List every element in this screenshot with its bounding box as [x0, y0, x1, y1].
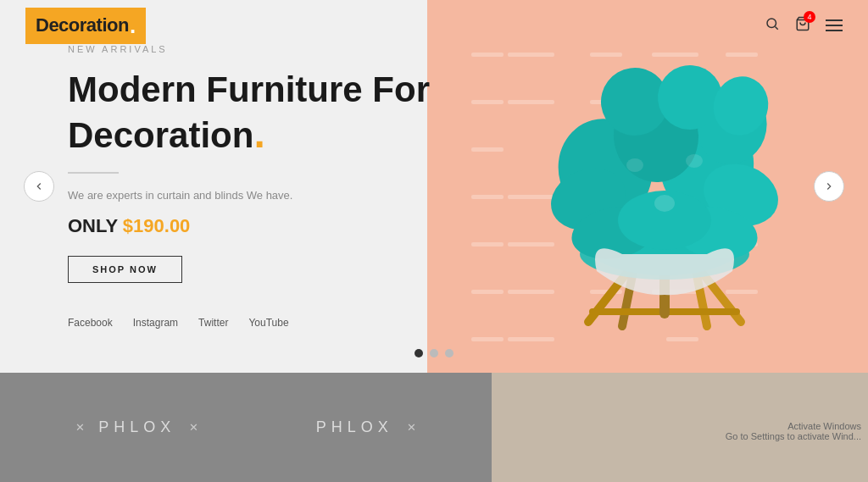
hero-content: NEW ARRIVALS Modern Furniture For Decora… — [0, 44, 441, 329]
svg-point-23 — [654, 195, 675, 212]
hero-section: NEW ARRIVALS Modern Furniture For Decora… — [0, 0, 868, 373]
hero-title-dot: . — [253, 111, 264, 156]
logo-dot: . — [130, 13, 136, 39]
dot-2[interactable] — [430, 349, 438, 357]
svg-point-25 — [686, 154, 703, 168]
product-image — [487, 25, 843, 347]
close-icon-3[interactable]: ✕ — [407, 421, 416, 434]
phlox-group-2: PHLOX ✕ — [316, 418, 416, 436]
close-icon-1[interactable]: ✕ — [75, 421, 85, 434]
bottom-right-bar: Activate Windows Go to Settings to activ… — [492, 373, 868, 482]
cart-badge: 4 — [804, 11, 815, 23]
shop-now-button[interactable]: SHOP NOW — [68, 256, 182, 283]
youtube-link[interactable]: YouTube — [248, 317, 288, 329]
instagram-link[interactable]: Instagram — [133, 317, 178, 329]
phlox-logo-2: PHLOX — [316, 418, 393, 436]
hero-description: We are experts in curtain and blinds We … — [68, 189, 441, 202]
hero-title: Modern Furniture For Decoration. — [68, 69, 441, 157]
dot-3[interactable] — [445, 349, 453, 357]
menu-icon[interactable] — [826, 19, 843, 31]
svg-line-1 — [775, 26, 777, 29]
social-links: Facebook Instagram Twitter YouTube — [68, 317, 441, 329]
activate-windows-notice: Activate Windows Go to Settings to activ… — [726, 421, 861, 441]
activate-line2: Go to Settings to activate Wind... — [726, 431, 861, 441]
phlox-group-1: ✕ PHLOX ✕ — [75, 418, 198, 436]
close-icon-2[interactable]: ✕ — [189, 421, 198, 434]
logo[interactable]: Decoration . — [25, 8, 146, 44]
facebook-link[interactable]: Facebook — [68, 317, 113, 329]
site-header: Decoration . 4 — [0, 0, 868, 51]
search-icon[interactable] — [765, 16, 780, 36]
twitter-link[interactable]: Twitter — [198, 317, 228, 329]
activate-line1: Activate Windows — [726, 421, 861, 431]
slide-dots — [415, 349, 453, 357]
svg-point-0 — [767, 19, 776, 28]
logo-text: Decoration — [36, 14, 129, 36]
hero-price: ONLY $190.00 — [68, 215, 441, 237]
hero-divider — [68, 172, 119, 174]
price-label: ONLY — [68, 215, 118, 236]
svg-point-24 — [626, 158, 643, 172]
header-icons: 4 — [765, 16, 843, 36]
chair-svg — [504, 34, 826, 339]
next-arrow[interactable] — [814, 171, 844, 202]
bottom-bar: ✕ PHLOX ✕ PHLOX ✕ Activate Windows Go to… — [0, 373, 868, 482]
hero-title-line2: Decoration — [68, 115, 253, 155]
hero-title-line1: Modern Furniture For — [68, 69, 430, 109]
dot-1[interactable] — [415, 349, 423, 357]
bottom-left-bar: ✕ PHLOX ✕ PHLOX ✕ — [0, 373, 492, 482]
prev-arrow[interactable] — [24, 171, 54, 202]
cart-icon[interactable]: 4 — [795, 16, 810, 36]
phlox-logo-1: PHLOX — [98, 418, 175, 436]
price-amount: $190.00 — [123, 215, 191, 236]
